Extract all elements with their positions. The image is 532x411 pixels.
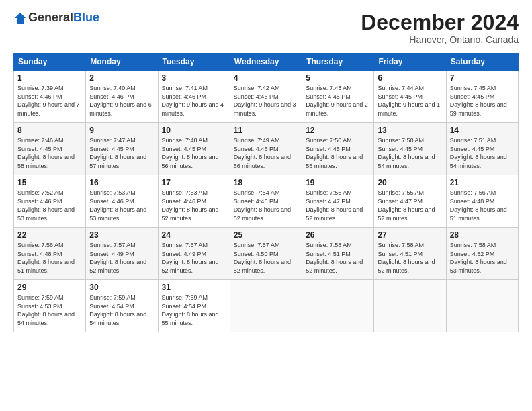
- day-number: 29: [17, 283, 82, 292]
- location: Hanover, Ontario, Canada: [361, 34, 519, 45]
- day-number: 4: [234, 73, 298, 83]
- calendar-cell: 25 Sunrise: 7:57 AM Sunset: 4:50 PM Dayl…: [230, 228, 302, 280]
- day-info: Sunrise: 7:48 AM Sunset: 4:45 PM Dayligh…: [162, 137, 219, 169]
- day-number: 10: [162, 126, 226, 135]
- logo-text: GeneralBlue: [13, 11, 99, 25]
- logo-general: General: [28, 11, 73, 25]
- calendar-cell: [230, 280, 302, 332]
- day-info: Sunrise: 7:58 AM Sunset: 4:52 PM Dayligh…: [450, 242, 507, 274]
- header: GeneralBlue December 2024 Hanover, Ontar…: [13, 11, 519, 45]
- calendar-week-3: 15 Sunrise: 7:52 AM Sunset: 4:46 PM Dayl…: [14, 175, 519, 228]
- column-header-thursday: Thursday: [302, 54, 374, 71]
- day-info: Sunrise: 7:59 AM Sunset: 4:54 PM Dayligh…: [89, 294, 146, 326]
- day-info: Sunrise: 7:55 AM Sunset: 4:47 PM Dayligh…: [306, 189, 363, 222]
- calendar-cell: 2 Sunrise: 7:40 AM Sunset: 4:46 PM Dayli…: [86, 71, 158, 123]
- column-header-friday: Friday: [374, 54, 446, 71]
- calendar-cell: 28 Sunrise: 7:58 AM Sunset: 4:52 PM Dayl…: [446, 228, 518, 280]
- calendar-cell: [302, 280, 374, 332]
- day-number: 23: [89, 230, 154, 240]
- column-header-wednesday: Wednesday: [230, 54, 302, 71]
- calendar-cell: 26 Sunrise: 7:58 AM Sunset: 4:51 PM Dayl…: [302, 228, 374, 280]
- day-info: Sunrise: 7:54 AM Sunset: 4:46 PM Dayligh…: [234, 189, 291, 222]
- calendar-cell: 24 Sunrise: 7:57 AM Sunset: 4:49 PM Dayl…: [158, 228, 230, 280]
- day-number: 1: [17, 73, 82, 83]
- calendar-cell: 9 Sunrise: 7:47 AM Sunset: 4:45 PM Dayli…: [86, 123, 158, 175]
- day-number: 13: [378, 126, 442, 135]
- calendar-week-4: 22 Sunrise: 7:56 AM Sunset: 4:48 PM Dayl…: [14, 228, 519, 280]
- calendar-week-1: 1 Sunrise: 7:39 AM Sunset: 4:46 PM Dayli…: [14, 71, 519, 123]
- day-info: Sunrise: 7:50 AM Sunset: 4:45 PM Dayligh…: [306, 137, 363, 169]
- svg-marker-1: [15, 12, 26, 24]
- day-number: 5: [306, 73, 370, 83]
- day-number: 19: [306, 178, 370, 187]
- day-number: 7: [450, 73, 515, 83]
- calendar-week-2: 8 Sunrise: 7:46 AM Sunset: 4:45 PM Dayli…: [14, 123, 519, 175]
- day-number: 12: [306, 126, 370, 135]
- day-number: 11: [234, 126, 298, 135]
- calendar-cell: 29 Sunrise: 7:59 AM Sunset: 4:53 PM Dayl…: [14, 280, 86, 332]
- day-number: 28: [450, 230, 515, 240]
- day-number: 14: [450, 126, 515, 135]
- day-number: 9: [89, 126, 154, 135]
- day-number: 26: [306, 230, 370, 240]
- day-info: Sunrise: 7:57 AM Sunset: 4:50 PM Dayligh…: [234, 242, 291, 274]
- day-number: 20: [378, 178, 442, 187]
- day-info: Sunrise: 7:47 AM Sunset: 4:45 PM Dayligh…: [89, 137, 146, 169]
- calendar-cell: 10 Sunrise: 7:48 AM Sunset: 4:45 PM Dayl…: [158, 123, 230, 175]
- day-number: 15: [17, 178, 82, 187]
- day-info: Sunrise: 7:57 AM Sunset: 4:49 PM Dayligh…: [89, 242, 146, 274]
- calendar-cell: 15 Sunrise: 7:52 AM Sunset: 4:46 PM Dayl…: [14, 175, 86, 228]
- day-info: Sunrise: 7:44 AM Sunset: 4:45 PM Dayligh…: [378, 85, 440, 117]
- calendar-cell: 20 Sunrise: 7:55 AM Sunset: 4:47 PM Dayl…: [374, 175, 446, 228]
- calendar-header-row: SundayMondayTuesdayWednesdayThursdayFrid…: [14, 54, 519, 71]
- column-header-tuesday: Tuesday: [158, 54, 230, 71]
- calendar-cell: 22 Sunrise: 7:56 AM Sunset: 4:48 PM Dayl…: [14, 228, 86, 280]
- day-number: 25: [234, 230, 298, 240]
- day-info: Sunrise: 7:50 AM Sunset: 4:45 PM Dayligh…: [378, 137, 435, 169]
- calendar-cell: 21 Sunrise: 7:56 AM Sunset: 4:48 PM Dayl…: [446, 175, 518, 228]
- calendar-table: SundayMondayTuesdayWednesdayThursdayFrid…: [13, 53, 519, 332]
- day-info: Sunrise: 7:58 AM Sunset: 4:51 PM Dayligh…: [306, 242, 363, 274]
- day-number: 6: [378, 73, 442, 83]
- day-number: 22: [17, 230, 82, 240]
- day-info: Sunrise: 7:45 AM Sunset: 4:45 PM Dayligh…: [450, 85, 507, 117]
- day-info: Sunrise: 7:46 AM Sunset: 4:45 PM Dayligh…: [17, 137, 75, 169]
- logo-blue: Blue: [73, 11, 99, 25]
- title-section: December 2024 Hanover, Ontario, Canada: [361, 11, 519, 45]
- day-number: 24: [162, 230, 226, 240]
- logo-icon: [13, 11, 27, 25]
- day-number: 30: [89, 283, 154, 292]
- day-info: Sunrise: 7:52 AM Sunset: 4:46 PM Dayligh…: [17, 189, 75, 222]
- month-title: December 2024: [361, 11, 519, 34]
- day-info: Sunrise: 7:42 AM Sunset: 4:46 PM Dayligh…: [234, 85, 296, 117]
- calendar-cell: 23 Sunrise: 7:57 AM Sunset: 4:49 PM Dayl…: [86, 228, 158, 280]
- day-number: 2: [89, 73, 154, 83]
- calendar-week-5: 29 Sunrise: 7:59 AM Sunset: 4:53 PM Dayl…: [14, 280, 519, 332]
- day-number: 3: [162, 73, 226, 83]
- logo: GeneralBlue: [13, 11, 99, 25]
- calendar-cell: 5 Sunrise: 7:43 AM Sunset: 4:45 PM Dayli…: [302, 71, 374, 123]
- calendar-cell: 7 Sunrise: 7:45 AM Sunset: 4:45 PM Dayli…: [446, 71, 518, 123]
- calendar-cell: 4 Sunrise: 7:42 AM Sunset: 4:46 PM Dayli…: [230, 71, 302, 123]
- calendar-cell: 31 Sunrise: 7:59 AM Sunset: 4:54 PM Dayl…: [158, 280, 230, 332]
- day-info: Sunrise: 7:41 AM Sunset: 4:46 PM Dayligh…: [162, 85, 224, 117]
- day-info: Sunrise: 7:53 AM Sunset: 4:46 PM Dayligh…: [89, 189, 146, 222]
- day-info: Sunrise: 7:55 AM Sunset: 4:47 PM Dayligh…: [378, 189, 435, 222]
- day-info: Sunrise: 7:59 AM Sunset: 4:54 PM Dayligh…: [162, 294, 219, 326]
- day-info: Sunrise: 7:49 AM Sunset: 4:45 PM Dayligh…: [234, 137, 291, 169]
- day-number: 31: [162, 283, 226, 292]
- calendar-cell: 14 Sunrise: 7:51 AM Sunset: 4:45 PM Dayl…: [446, 123, 518, 175]
- day-info: Sunrise: 7:58 AM Sunset: 4:51 PM Dayligh…: [378, 242, 435, 274]
- calendar-cell: 8 Sunrise: 7:46 AM Sunset: 4:45 PM Dayli…: [14, 123, 86, 175]
- calendar-cell: 6 Sunrise: 7:44 AM Sunset: 4:45 PM Dayli…: [374, 71, 446, 123]
- day-info: Sunrise: 7:56 AM Sunset: 4:48 PM Dayligh…: [450, 189, 507, 222]
- calendar-cell: 16 Sunrise: 7:53 AM Sunset: 4:46 PM Dayl…: [86, 175, 158, 228]
- day-number: 18: [234, 178, 298, 187]
- calendar-cell: 27 Sunrise: 7:58 AM Sunset: 4:51 PM Dayl…: [374, 228, 446, 280]
- day-info: Sunrise: 7:57 AM Sunset: 4:49 PM Dayligh…: [162, 242, 219, 274]
- main-container: GeneralBlue December 2024 Hanover, Ontar…: [0, 0, 532, 339]
- day-info: Sunrise: 7:53 AM Sunset: 4:46 PM Dayligh…: [162, 189, 219, 222]
- calendar-cell: 13 Sunrise: 7:50 AM Sunset: 4:45 PM Dayl…: [374, 123, 446, 175]
- day-number: 17: [162, 178, 226, 187]
- column-header-saturday: Saturday: [446, 54, 518, 71]
